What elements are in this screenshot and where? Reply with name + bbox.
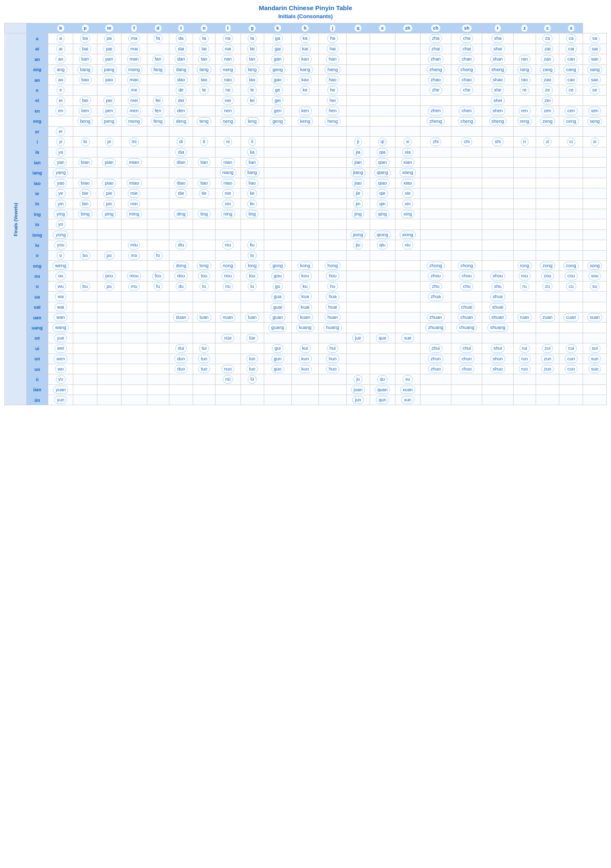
pinyin-cell: lai: [241, 44, 264, 54]
pinyin-cell: [513, 95, 536, 105]
pinyin-cell: zei: [536, 95, 559, 105]
pinyin-cell: [169, 374, 193, 384]
standalone-cell: yun: [48, 395, 73, 405]
pinyin-cell: [536, 374, 559, 384]
pinyin-cell: zhua: [420, 292, 451, 302]
pinyin-cell: [147, 302, 169, 312]
side-header-empty: [5, 23, 27, 33]
pinyin-cell: [559, 126, 583, 136]
pinyin-cell: [513, 178, 536, 188]
pinyin-cell: [451, 333, 482, 343]
pinyin-cell: [319, 158, 346, 168]
pinyin-cell: xue: [395, 333, 420, 343]
pinyin-cell: zai: [536, 44, 559, 54]
pinyin-cell: [536, 240, 559, 250]
final-label-cell: eng: [26, 116, 48, 126]
pinyin-cell: dai: [169, 44, 193, 54]
pinyin-cell: ne: [215, 85, 241, 95]
pinyin-cell: kan: [291, 54, 318, 64]
pinyin-cell: [73, 260, 97, 271]
final-label-cell: o: [26, 250, 48, 260]
pinyin-cell: [370, 44, 395, 54]
pinyin-cell: shao: [482, 75, 513, 85]
pinyin-cell: [121, 323, 147, 333]
pinyin-cell: [395, 354, 420, 364]
pinyin-cell: [559, 158, 583, 168]
final-label-cell: an: [26, 54, 48, 64]
final-label-cell: ang: [26, 64, 48, 75]
th-b: b: [48, 23, 73, 33]
pinyin-cell: shen: [482, 106, 513, 116]
pinyin-cell: [215, 302, 241, 312]
pinyin-cell: gua: [264, 292, 291, 302]
pinyin-cell: [451, 229, 482, 240]
pinyin-cell: can: [559, 54, 583, 64]
header-row: b p m f d t n l g k h j q x zh ch sh r z…: [5, 23, 607, 33]
pinyin-cell: [370, 312, 395, 322]
pinyin-cell: miao: [121, 178, 147, 188]
pinyin-cell: [73, 343, 97, 354]
pinyin-cell: [420, 395, 451, 405]
pinyin-cell: [73, 240, 97, 250]
pinyin-cell: [121, 260, 147, 271]
pinyin-cell: jiao: [346, 178, 370, 188]
pinyin-cell: shan: [482, 54, 513, 64]
pinyin-cell: [420, 333, 451, 343]
pinyin-cell: [147, 85, 169, 95]
pinyin-cell: [420, 158, 451, 168]
standalone-cell: yin: [48, 199, 73, 209]
pinyin-cell: niu: [215, 240, 241, 250]
pinyin-cell: [346, 312, 370, 322]
pinyin-cell: [346, 116, 370, 126]
pinyin-cell: [215, 292, 241, 302]
standalone-cell: [48, 116, 73, 126]
final-label-cell: un: [26, 354, 48, 364]
pinyin-cell: [73, 384, 97, 395]
table-row: ananbanpanmanfandantannanlangankanhanzha…: [5, 54, 607, 64]
pinyin-cell: [97, 219, 122, 229]
standalone-cell: wen: [48, 354, 73, 364]
pinyin-cell: fou: [147, 271, 169, 281]
pinyin-cell: [346, 250, 370, 260]
pinyin-cell: cuo: [559, 364, 583, 374]
table-row: eemedetenelegekehezhechesherezecese: [5, 85, 607, 95]
pinyin-cell: [536, 250, 559, 260]
pinyin-cell: [420, 147, 451, 157]
pinyin-cell: kua: [291, 292, 318, 302]
pinyin-cell: [346, 64, 370, 75]
pinyin-cell: [513, 219, 536, 229]
pinyin-cell: [451, 374, 482, 384]
pinyin-cell: [147, 343, 169, 354]
pinyin-cell: ti: [193, 137, 215, 147]
pinyin-cell: luo: [241, 364, 264, 374]
final-label-cell: uang: [26, 323, 48, 333]
pinyin-cell: [147, 384, 169, 395]
pinyin-cell: me: [121, 85, 147, 95]
final-label-cell: ou: [26, 271, 48, 281]
pinyin-cell: xiong: [395, 229, 420, 240]
pinyin-cell: du: [169, 281, 193, 291]
pinyin-cell: suan: [583, 312, 607, 322]
pinyin-cell: [147, 292, 169, 302]
pinyin-cell: [147, 126, 169, 136]
pinyin-cell: fei: [147, 95, 169, 105]
pinyin-cell: [291, 95, 318, 105]
pinyin-cell: [169, 395, 193, 405]
pinyin-cell: [559, 168, 583, 178]
pinyin-cell: [559, 95, 583, 105]
pinyin-cell: [264, 178, 291, 188]
pinyin-cell: nen: [215, 106, 241, 116]
pinyin-cell: [370, 354, 395, 364]
pinyin-cell: [559, 384, 583, 395]
pinyin-cell: teng: [193, 116, 215, 126]
table-row: uwubupumufudutunulugukuhuzhuchushuruzucu…: [5, 281, 607, 291]
pinyin-cell: men: [121, 106, 147, 116]
pinyin-cell: mei: [121, 95, 147, 105]
pinyin-cell: kou: [291, 271, 318, 281]
pinyin-cell: [215, 219, 241, 229]
pinyin-cell: po: [97, 250, 122, 260]
pinyin-cell: [395, 116, 420, 126]
pinyin-cell: xie: [395, 188, 420, 199]
pinyin-cell: tai: [193, 44, 215, 54]
pinyin-cell: [536, 199, 559, 209]
